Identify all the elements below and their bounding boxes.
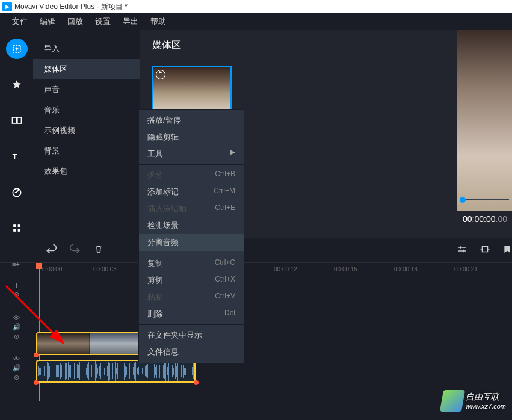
window-title: Movavi Video Editor Plus - 新项目 * — [14, 2, 128, 12]
volume-icon[interactable]: 🔊 — [13, 323, 21, 331]
video-track[interactable] — [0, 331, 512, 359]
filters-tool[interactable] — [6, 75, 28, 95]
ctx-插入冻结帧: 插入冻结帧Ctrl+E — [139, 200, 244, 217]
timeline-area: 0:00:00 00:00:03 00:00:12 00:00:15 00:00… — [0, 238, 512, 419]
side-nav: 导入 媒体区 声音 音乐 示例视频 背景 效果包 — [33, 30, 140, 238]
menu-file[interactable]: 文件 — [6, 13, 34, 30]
menu-edit[interactable]: 编辑 — [34, 13, 61, 30]
ctx-剪切[interactable]: 剪切Ctrl+X — [139, 272, 244, 289]
stickers-tool[interactable] — [6, 182, 28, 203]
volume-icon-2[interactable]: 🔊 — [13, 364, 21, 372]
ctx-隐藏剪辑[interactable]: 隐藏剪辑 — [139, 129, 244, 146]
timeline-ruler[interactable]: 0:00:00 00:00:03 00:00:12 00:00:15 00:00… — [0, 262, 512, 280]
ctx-分离音频[interactable]: 分离音频 — [139, 234, 244, 251]
eye-icon-2[interactable]: 👁 — [13, 355, 20, 362]
ctx-在文件夹中显示[interactable]: 在文件夹中显示 — [139, 327, 244, 344]
menu-playback[interactable]: 回放 — [61, 13, 89, 30]
title-track-icon: T — [14, 282, 19, 289]
delete-button[interactable] — [93, 244, 104, 257]
nav-sample[interactable]: 示例视频 — [33, 120, 140, 141]
svg-text:T: T — [12, 152, 17, 161]
left-toolbar: TT — [0, 30, 33, 238]
playhead[interactable] — [36, 263, 42, 269]
svg-rect-9 — [17, 229, 20, 232]
svg-text:T: T — [17, 155, 20, 161]
preview-timecode: 00:00:00.00 — [463, 214, 507, 224]
nav-import[interactable]: 导入 — [33, 39, 140, 59]
watermark-logo-icon — [440, 390, 465, 412]
app-icon: ▶ — [2, 2, 12, 11]
waveform — [37, 361, 194, 381]
ctx-拆分: 拆分Ctrl+B — [139, 167, 244, 184]
ctx-删除[interactable]: 删除Del — [139, 306, 244, 323]
menu-help[interactable]: 帮助 — [144, 13, 172, 30]
context-menu: 播放/暂停隐藏剪辑工具▶拆分Ctrl+B添加标记Ctrl+M插入冻结帧Ctrl+… — [138, 109, 244, 363]
more-tool[interactable] — [6, 218, 28, 238]
main-area: TT 导入 媒体区 声音 音乐 示例视频 背景 效果包 媒体区 — [0, 30, 512, 238]
menu-bar: 文件 编辑 回放 设置 导出 帮助 — [0, 13, 512, 30]
timeline-body: T ⊘ 👁 🔊 ⊘ 👁 🔊 ⊘ — [0, 280, 512, 419]
content-title: 媒体区 — [152, 39, 181, 52]
svg-point-5 — [13, 188, 20, 196]
ctx-添加标记[interactable]: 添加标记Ctrl+M — [139, 184, 244, 200]
eye-icon[interactable]: 👁 — [13, 314, 20, 321]
transitions-tool[interactable] — [6, 110, 28, 131]
audio-end-handle[interactable] — [194, 380, 199, 385]
title-bar: ▶ Movavi Video Editor Plus - 新项目 * — [0, 0, 512, 13]
ctx-播放/暂停[interactable]: 播放/暂停 — [139, 112, 244, 129]
nav-effects[interactable]: 效果包 — [33, 161, 140, 182]
ctx-检测场景[interactable]: 检测场景 — [139, 217, 244, 234]
watermark: 自由互联 www.xz7.com — [442, 390, 506, 412]
ctx-粘贴: 粘贴Ctrl+V — [139, 289, 244, 306]
properties-icon[interactable] — [457, 244, 467, 257]
titles-tool[interactable]: TT — [6, 146, 28, 167]
timeline-toolbar — [0, 238, 512, 262]
media-thumbnail[interactable] — [152, 66, 232, 111]
marker-icon[interactable] — [502, 244, 512, 257]
preview-slider[interactable] — [460, 199, 509, 200]
ctx-文件信息[interactable]: 文件信息 — [139, 344, 244, 360]
nav-media[interactable]: 媒体区 — [33, 59, 140, 79]
import-tool[interactable] — [6, 39, 28, 59]
redo-button[interactable] — [69, 243, 81, 258]
nav-background[interactable]: 背景 — [33, 141, 140, 161]
nav-music[interactable]: 音乐 — [33, 100, 140, 120]
menu-export[interactable]: 导出 — [117, 13, 144, 30]
undo-button[interactable] — [45, 243, 57, 258]
svg-rect-6 — [13, 224, 16, 227]
preview-panel: 00:00:00.00 — [457, 30, 512, 211]
clip-start-handle[interactable] — [34, 353, 39, 357]
audio-start-handle[interactable] — [34, 380, 39, 385]
svg-rect-7 — [17, 224, 20, 227]
ctx-工具[interactable]: 工具▶ — [139, 146, 244, 162]
title-track[interactable]: T ⊘ — [0, 280, 512, 297]
add-track-icon[interactable]: ≡+ — [12, 261, 20, 268]
svg-rect-10 — [483, 247, 488, 252]
svg-rect-2 — [17, 117, 21, 123]
svg-rect-8 — [13, 229, 16, 232]
nav-sound[interactable]: 声音 — [33, 79, 140, 100]
ctx-复制[interactable]: 复制Ctrl+C — [139, 255, 244, 272]
svg-rect-1 — [12, 117, 16, 123]
crop-icon[interactable] — [480, 244, 490, 257]
menu-settings[interactable]: 设置 — [89, 13, 117, 30]
audio-track[interactable]: 👁 🔊 ⊘ — [0, 359, 512, 386]
preview-handle[interactable] — [460, 197, 466, 203]
lock-icon-2[interactable]: ⊘ — [14, 374, 19, 381]
